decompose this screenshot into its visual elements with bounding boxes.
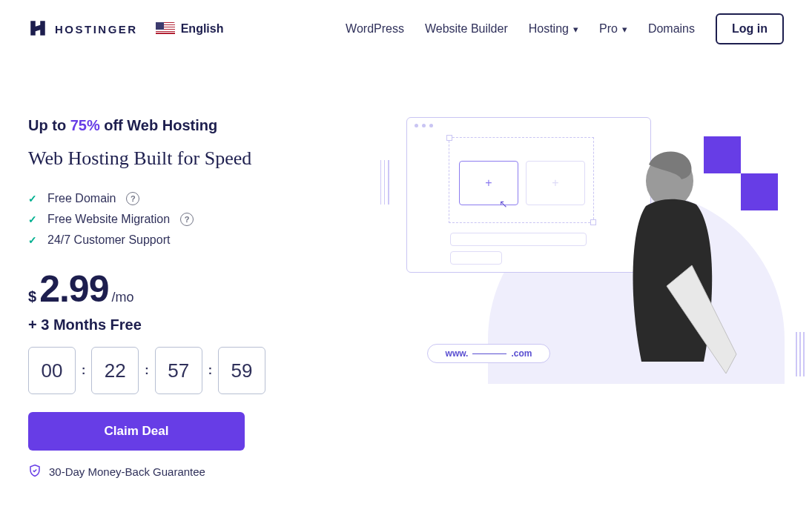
header: HOSTINGER English WordPress Website Buil… <box>0 0 812 58</box>
logo-mark-icon <box>28 19 47 40</box>
timer-sep: : <box>208 364 212 377</box>
login-button[interactable]: Log in <box>716 13 784 44</box>
nav-wordpress[interactable]: WordPress <box>346 22 404 36</box>
nav-wordpress-label: WordPress <box>346 22 404 36</box>
browser-mock: + + ↖ <box>406 117 651 273</box>
timer-sep: : <box>145 364 148 377</box>
feature-label: Free Domain <box>47 192 116 205</box>
currency: $ <box>28 288 36 305</box>
brand-text: HOSTINGER <box>55 23 138 36</box>
feature-free-migration: ✓ Free Website Migration ? <box>28 213 347 226</box>
card-placeholder: + <box>526 161 585 205</box>
nav-hosting-label: Hosting <box>529 22 569 36</box>
language-label: English <box>181 22 224 36</box>
check-icon: ✓ <box>28 193 37 205</box>
nav-website-builder[interactable]: Website Builder <box>425 22 508 36</box>
language-selector[interactable]: English <box>156 22 224 36</box>
flag-us-icon <box>156 22 175 36</box>
promo-percent: 75% <box>70 117 100 133</box>
shield-icon <box>28 464 42 479</box>
countdown-timer: 00 : 22 : 57 : 59 <box>28 347 347 394</box>
nav-domains-label: Domains <box>648 22 695 36</box>
help-icon[interactable]: ? <box>126 192 139 205</box>
timer-hours: 22 <box>91 347 139 394</box>
url-tld: .com <box>511 348 532 359</box>
logo[interactable]: HOSTINGER <box>28 19 138 40</box>
nav-builder-label: Website Builder <box>425 22 508 36</box>
decor-lines-icon <box>380 160 391 205</box>
chevron-down-icon: ▾ <box>573 24 578 35</box>
price: $ 2.99 /mo <box>28 268 347 311</box>
bar-placeholder <box>450 251 502 265</box>
help-icon[interactable]: ? <box>180 213 194 226</box>
hero: Up to 75% off Web Hosting Web Hosting Bu… <box>0 58 812 479</box>
promo-suffix: off Web Hosting <box>100 117 218 133</box>
url-pill: www. .com <box>427 344 550 363</box>
price-period: /mo <box>111 290 133 305</box>
accent-square-icon <box>741 173 778 210</box>
nav-pro-label: Pro <box>599 22 618 36</box>
promo-line: Up to 75% off Web Hosting <box>28 117 347 134</box>
url-blank-icon <box>472 353 506 354</box>
timer-seconds: 59 <box>218 347 265 394</box>
svg-point-0 <box>646 154 693 207</box>
feature-label: 24/7 Customer Support <box>47 233 170 247</box>
window-dots-icon <box>415 124 433 127</box>
header-left: HOSTINGER English <box>28 19 223 40</box>
accent-square-icon <box>704 136 741 173</box>
timer-minutes: 57 <box>155 347 202 394</box>
main-nav: WordPress Website Builder Hosting▾ Pro▾ … <box>346 13 784 44</box>
nav-pro[interactable]: Pro▾ <box>599 22 627 36</box>
hero-content: Up to 75% off Web Hosting Web Hosting Bu… <box>28 117 347 479</box>
feature-list: ✓ Free Domain ? ✓ Free Website Migration… <box>28 192 347 247</box>
feature-label: Free Website Migration <box>47 213 170 226</box>
check-icon: ✓ <box>28 234 37 246</box>
timer-days: 00 <box>28 347 76 394</box>
chevron-down-icon: ▾ <box>622 24 627 35</box>
guarantee-text: 30-Day Money-Back Guarantee <box>49 465 205 478</box>
claim-deal-button[interactable]: Claim Deal <box>28 412 245 451</box>
timer-sep: : <box>82 364 85 377</box>
check-icon: ✓ <box>28 213 37 225</box>
nav-domains[interactable]: Domains <box>648 22 695 36</box>
price-amount: 2.99 <box>39 268 108 311</box>
feature-support: ✓ 24/7 Customer Support <box>28 233 347 247</box>
page-headline: Web Hosting Built for Speed <box>28 147 347 170</box>
bar-placeholder <box>450 233 587 246</box>
feature-free-domain: ✓ Free Domain ? <box>28 192 347 205</box>
url-www: www. <box>446 348 469 359</box>
guarantee-line: 30-Day Money-Back Guarantee <box>28 464 347 479</box>
bonus-line: + 3 Months Free <box>28 316 347 333</box>
hero-illustration: + + ↖ www. .com <box>377 117 784 479</box>
promo-prefix: Up to <box>28 117 70 133</box>
card-placeholder: + <box>459 161 518 205</box>
cursor-icon: ↖ <box>499 198 508 210</box>
decor-lines-icon <box>796 332 806 376</box>
nav-hosting[interactable]: Hosting▾ <box>529 22 578 36</box>
